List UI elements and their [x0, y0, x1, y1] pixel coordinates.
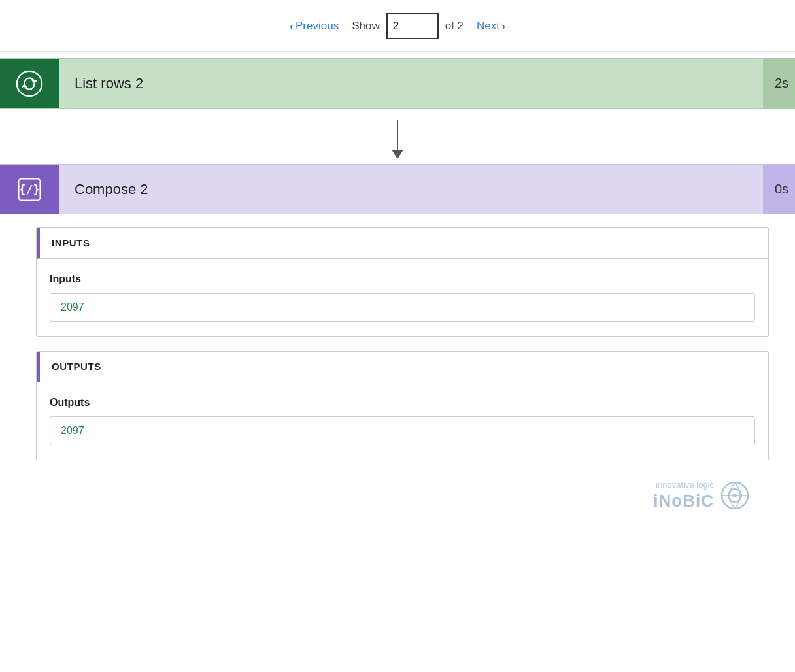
outputs-field-value: 2097 [50, 416, 755, 445]
compose-block[interactable]: {/} Compose 2 0s [0, 164, 795, 214]
arrow-connector [0, 109, 795, 164]
outputs-panel-body: Outputs 2097 [37, 382, 768, 460]
inputs-field-value: 2097 [50, 293, 755, 322]
list-rows-time: 2s [763, 59, 795, 108]
list-rows-svg-icon [16, 70, 43, 97]
next-button[interactable]: Next › [470, 16, 512, 37]
next-label: Next [477, 20, 499, 33]
inputs-panel-header: INPUTS [37, 228, 768, 259]
watermark-logo-icon [720, 481, 749, 510]
outputs-panel-header: OUTPUTS [37, 352, 768, 382]
show-label: Show [352, 20, 380, 33]
list-rows-title: List rows 2 [59, 59, 763, 108]
svg-text:{/}: {/} [19, 182, 41, 196]
inputs-panel-body: Inputs 2097 [37, 259, 768, 336]
chevron-left-icon: ‹ [290, 20, 294, 33]
outputs-panel: OUTPUTS Outputs 2097 [36, 351, 769, 460]
watermark-text-block: innovative logic iNoBiC [653, 480, 714, 511]
chevron-right-icon: › [501, 20, 505, 33]
arrow-down-icon [392, 120, 403, 159]
compose-icon-block: {/} [0, 165, 59, 214]
watermark-brand-line2: iNoBiC [653, 491, 714, 511]
pagination-bar: ‹ Previous Show of 2 Next › [0, 0, 795, 52]
inputs-header-text: INPUTS [52, 237, 90, 248]
compose-svg-icon: {/} [16, 176, 42, 203]
previous-button[interactable]: ‹ Previous [283, 16, 345, 37]
watermark-brand-line1: innovative logic [653, 480, 714, 491]
list-rows-block[interactable]: List rows 2 2s [0, 58, 795, 109]
watermark-row: innovative logic iNoBiC [36, 475, 769, 518]
compose-title: Compose 2 [59, 165, 763, 214]
detail-area: INPUTS Inputs 2097 OUTPUTS Outputs 2097 … [0, 214, 795, 531]
inputs-field-label: Inputs [50, 273, 755, 285]
compose-time: 0s [763, 165, 795, 214]
page-input[interactable] [386, 13, 439, 39]
list-rows-icon-block [0, 59, 59, 108]
outputs-field-label: Outputs [50, 397, 755, 409]
page-of-label: of 2 [445, 20, 464, 33]
inputs-panel: INPUTS Inputs 2097 [36, 227, 769, 337]
svg-point-0 [17, 71, 42, 95]
previous-label: Previous [296, 20, 339, 33]
outputs-header-text: OUTPUTS [52, 361, 101, 372]
